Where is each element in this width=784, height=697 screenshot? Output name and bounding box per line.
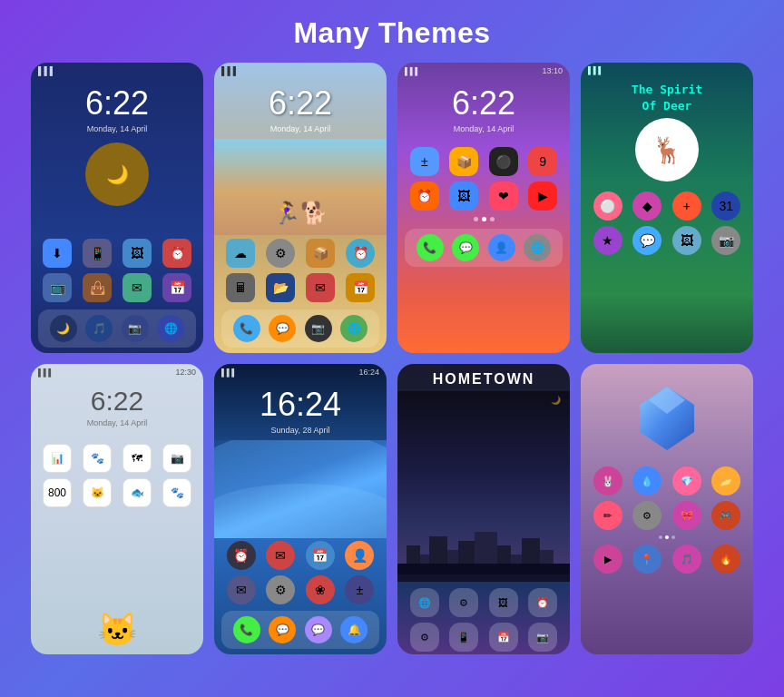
theme-card-7[interactable]: HOMETOWN [397, 364, 570, 654]
theme1-icons: ⬇ 📱 🖼 ⏰ 📺 👜 ✉ 📅 [31, 235, 203, 306]
theme-card-8[interactable]: 🐰 💧 💎 📂 ✏ ⚙ 🎀 🎮 ▶ 📍 🎵 🔥 [581, 364, 753, 654]
theme3-time: 6:22 [397, 77, 570, 124]
theme7-city-scene: 🌙 [397, 391, 570, 582]
theme1-signal: ▌▌▌ [38, 66, 55, 75]
theme4-text: The SpiritOf Deer [581, 76, 753, 116]
theme-card-2[interactable]: ▌▌▌ 6:22 Monday, 14 April 🏃‍♀️🐕 ☁ ⚙ 📦 ⏰ … [214, 63, 387, 353]
theme5-icons: 📊 🐾 🗺 📷 800 🐱 🐟 🐾 [31, 440, 203, 511]
theme6-icons-row1: ⏰ ✉ 📅 👤 [214, 538, 387, 573]
themes-grid: ▌▌▌ 6:22 Monday, 14 April 🌙 ⬇ 📱 🖼 ⏰ 📺 👜 … [13, 63, 771, 654]
theme-card-5[interactable]: ▌▌▌ 12:30 6:22 Monday, 14 April 📊 🐾 🗺 📷 … [31, 364, 203, 654]
theme4-icons-row2: ★ 💬 🖼 📷 [581, 223, 753, 258]
theme1-time: 6:22 [31, 77, 203, 124]
theme6-header: ▌▌▌ 16:24 [214, 364, 387, 378]
theme8-gem [581, 364, 753, 464]
theme2-time: 6:22 [214, 77, 387, 124]
theme3-dots [397, 213, 570, 225]
theme6-fluid [214, 440, 387, 538]
theme3-icons-row2: ⏰ 🖼 ❤ ▶ [397, 179, 570, 213]
theme3-header: ▌▌▌ 13:10 [397, 63, 570, 77]
theme-card-3[interactable]: ▌▌▌ 13:10 6:22 Monday, 14 April ± 📦 ⚫ 9 … [397, 63, 570, 353]
theme7-icons-row2: ⚙ 📱 📅 📷 [397, 620, 570, 654]
theme3-date: Monday, 14 April [397, 124, 570, 133]
theme1-header: ▌▌▌ [31, 63, 203, 77]
theme5-date: Monday, 14 April [31, 418, 203, 427]
theme8-icons-row2: ✏ ⚙ 🎀 🎮 [581, 498, 753, 533]
theme6-time: 16:24 [214, 378, 387, 426]
theme-card-4[interactable]: ▌▌▌ The SpiritOf Deer 🦌 ⚪ ◆ + 31 ★ 💬 🖼 📷 [581, 63, 753, 353]
theme2-header: ▌▌▌ [214, 63, 387, 77]
theme-card-6[interactable]: ▌▌▌ 16:24 16:24 Sunday, 28 April ⏰ ✉ 📅 👤… [214, 364, 387, 654]
theme6-icons-row2: ✉ ⚙ ❀ ± [214, 573, 387, 607]
theme8-dots [581, 533, 753, 542]
theme7-text: HOMETOWN [397, 364, 570, 391]
theme5-time: 6:22 [31, 378, 203, 418]
theme3-icons-row1: ± 📦 ⚫ 9 [397, 144, 570, 179]
page-title: Many Themes [293, 0, 490, 63]
theme4-header: ▌▌▌ [581, 63, 753, 76]
theme3-status-time: 13:10 [542, 66, 563, 75]
theme6-date: Sunday, 28 April [214, 426, 387, 435]
theme5-header: ▌▌▌ 12:30 [31, 364, 203, 378]
theme2-signal: ▌▌▌ [221, 66, 239, 75]
theme6-dock: 📞 💬 💬 🔔 [221, 611, 379, 649]
theme7-icons-row1: 🌐 ⚙ 🖼 ⏰ [397, 585, 570, 620]
theme2-date: Monday, 14 April [214, 124, 387, 133]
theme2-dock: 📞 💬 📷 🌐 [221, 309, 379, 348]
svg-rect-11 [397, 574, 570, 582]
theme5-cat: 🐱 [31, 607, 203, 654]
theme3-dock: 📞 💬 👤 🌐 [405, 229, 563, 267]
theme1-date: Monday, 14 April [31, 124, 203, 133]
theme4-icons-row1: ⚪ ◆ + 31 [581, 189, 753, 223]
theme8-icons-row1: 🐰 💧 💎 📂 [581, 464, 753, 498]
theme4-moon: 🦌 [635, 118, 699, 182]
theme8-icons-row3: ▶ 📍 🎵 🔥 [581, 542, 753, 576]
theme1-dock: 🌙 🎵 📷 🌐 [38, 309, 196, 348]
theme-card-1[interactable]: ▌▌▌ 6:22 Monday, 14 April 🌙 ⬇ 📱 🖼 ⏰ 📺 👜 … [31, 63, 203, 353]
theme2-icons: ☁ ⚙ 📦 ⏰ 🖩 📂 ✉ 📅 [214, 235, 387, 306]
